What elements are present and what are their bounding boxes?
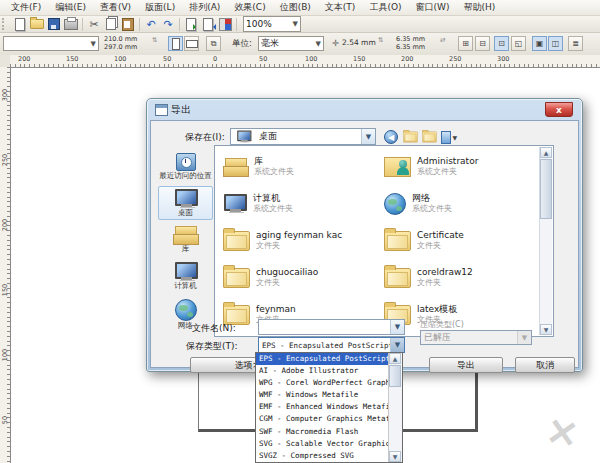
- menu-item-window[interactable]: 窗口(W): [409, 0, 457, 15]
- chevron-down-icon[interactable]: ▼: [361, 129, 375, 144]
- menu-item-text[interactable]: 文本(T): [318, 0, 363, 15]
- file-list-scrollbar[interactable]: ▲ ▼: [539, 147, 552, 335]
- menu-item-help[interactable]: 帮助(H): [456, 0, 502, 15]
- close-button[interactable]: x: [545, 102, 573, 117]
- file-item-folder[interactable]: Certificate 文件夹: [378, 222, 539, 259]
- application-launcher-button[interactable]: [217, 17, 233, 31]
- file-name-combobox[interactable]: ▼: [258, 319, 405, 335]
- file-item-computer[interactable]: 计算机 系统文件夹: [217, 185, 378, 222]
- save-type-combobox[interactable]: EPS - Encapsulated PostScript ▼: [258, 337, 405, 353]
- view-menu-button[interactable]: ▼: [441, 130, 457, 145]
- place-label: 计算机: [174, 282, 197, 290]
- chevron-down-icon: ▼: [517, 331, 531, 344]
- new-folder-icon: [422, 131, 437, 142]
- units-combobox[interactable]: 毫米 ▼: [258, 36, 324, 51]
- scrollbar-thumb[interactable]: [540, 159, 552, 219]
- file-name: 网络: [412, 193, 452, 204]
- treat-as-filled-button[interactable]: ▣: [532, 36, 547, 51]
- cancel-button[interactable]: 取消: [515, 357, 575, 373]
- menu-item-layout[interactable]: 版面(L): [138, 0, 182, 15]
- menu-item-file[interactable]: 文件(F): [4, 0, 48, 15]
- file-item-folder[interactable]: coreldraw12 文件夹: [378, 259, 539, 296]
- format-option-svgz[interactable]: SVGZ - Compressed SVG: [256, 450, 389, 462]
- import-button[interactable]: [183, 17, 199, 31]
- cut-button[interactable]: ✂: [86, 17, 102, 31]
- zoom-level-combobox[interactable]: 100% ▼: [243, 16, 301, 32]
- format-option-wmf[interactable]: WMF - Windows Metafile: [256, 389, 389, 401]
- duplicate-distance-fields[interactable]: 6.35 mm 6.35 mm: [396, 35, 425, 51]
- undo-button[interactable]: ↶: [143, 17, 159, 31]
- file-item-network[interactable]: 网络 系统文件夹: [378, 185, 539, 222]
- toolbar-grip[interactable]: [2, 18, 8, 30]
- up-one-level-button[interactable]: [402, 129, 418, 144]
- place-recent[interactable]: 最近访问的位置: [158, 150, 213, 183]
- save-in-combobox[interactable]: 桌面 ▼: [230, 128, 376, 145]
- format-list-scrollbar[interactable]: ▲ ▼: [388, 353, 402, 462]
- options-toolbar-button[interactable]: ≣: [568, 36, 583, 51]
- dynamic-guides-button[interactable]: ◱: [511, 36, 526, 51]
- format-option-eps[interactable]: EPS - Encapsulated PostScript: [256, 353, 389, 365]
- duplicate-spinner[interactable]: ⇄: [440, 36, 445, 44]
- menu-item-effects[interactable]: 效果(C): [227, 0, 272, 15]
- page-size-spinner[interactable]: ⇅: [152, 36, 157, 44]
- paste-button[interactable]: [120, 17, 136, 31]
- user-folder-icon: [384, 157, 411, 177]
- place-desktop[interactable]: 桌面: [158, 186, 213, 220]
- new-folder-button[interactable]: [421, 129, 437, 144]
- back-button[interactable]: ◀: [383, 129, 399, 144]
- format-option-emf[interactable]: EMF - Enhanced Windows Metafile: [256, 401, 389, 413]
- format-option-swf[interactable]: SWF - Macromedia Flash: [256, 426, 389, 438]
- snap-to-objects-button[interactable]: ⊡: [494, 36, 509, 51]
- chevron-down-icon[interactable]: ▼: [390, 320, 404, 334]
- dialog-title-bar[interactable]: 导出 x: [147, 99, 582, 120]
- file-type: 系统文件夹: [253, 204, 293, 214]
- chevron-down-icon[interactable]: ▼: [390, 338, 404, 352]
- place-libraries[interactable]: 库: [158, 223, 213, 256]
- open-button[interactable]: [29, 17, 45, 31]
- new-document-button[interactable]: [12, 17, 28, 31]
- menu-item-edit[interactable]: 编辑(E): [48, 0, 93, 15]
- menu-item-arrange[interactable]: 排列(A): [182, 0, 227, 15]
- export-button[interactable]: [200, 17, 216, 31]
- snap-to-guides-button[interactable]: ⊟: [475, 36, 490, 51]
- menu-item-view[interactable]: 查看(V): [93, 0, 138, 15]
- file-item-libraries[interactable]: 库 系统文件夹: [217, 148, 378, 185]
- place-computer[interactable]: 计算机: [158, 259, 213, 293]
- units-label: 单位:: [232, 38, 252, 50]
- toolbar-separator: [139, 18, 140, 31]
- page-size-fields[interactable]: 210.0 mm 297.0 mm: [104, 35, 137, 51]
- format-option-svg[interactable]: SVG - Scalable Vector Graphics: [256, 438, 389, 450]
- hruler-label: 150: [353, 55, 365, 63]
- copy-button[interactable]: [103, 17, 119, 31]
- save-in-value: 桌面: [256, 130, 361, 143]
- format-option-cgm[interactable]: CGM - Computer Graphics Metafile: [256, 413, 389, 425]
- scroll-down-button[interactable]: ▼: [389, 451, 401, 462]
- portrait-orientation-button[interactable]: [168, 36, 183, 51]
- print-button[interactable]: [63, 17, 79, 31]
- nudge-spinner[interactable]: ⇅: [378, 36, 383, 44]
- file-item-administrator[interactable]: Administrator 系统文件夹: [378, 148, 539, 185]
- format-option-wpg[interactable]: WPG - Corel WordPerfect Graphic: [256, 377, 389, 389]
- paper-size-combobox[interactable]: ▼: [3, 36, 99, 51]
- libraries-icon: [223, 158, 248, 176]
- hruler-label: 200: [401, 55, 413, 63]
- scroll-up-button[interactable]: ▲: [540, 147, 552, 158]
- landscape-orientation-button[interactable]: [184, 36, 199, 51]
- all-pages-button[interactable]: ⧉: [206, 36, 221, 51]
- scroll-down-button[interactable]: ▼: [540, 324, 552, 335]
- file-item-folder[interactable]: chuguocailiao 文件夹: [217, 259, 378, 296]
- file-item-folder[interactable]: aging feynman kac 文件夹: [217, 222, 378, 259]
- format-option-ai[interactable]: AI - Adobe Illustrator: [256, 365, 389, 377]
- redo-button[interactable]: ↷: [160, 17, 176, 31]
- menu-item-tools[interactable]: 工具(O): [362, 0, 408, 15]
- scrollbar-thumb[interactable]: [389, 365, 401, 387]
- scroll-up-button[interactable]: ▲: [389, 353, 401, 364]
- menu-item-bitmaps[interactable]: 位图(B): [273, 0, 318, 15]
- save-type-dropdown-list: EPS - Encapsulated PostScript AI - Adobe…: [255, 352, 403, 463]
- export-confirm-button[interactable]: 导出: [429, 357, 503, 373]
- save-button[interactable]: [46, 17, 62, 31]
- zoom-level-value: 100%: [246, 19, 272, 29]
- marquee-select-button[interactable]: ◫: [548, 36, 563, 51]
- folder-icon: [384, 268, 411, 288]
- snap-to-grid-button[interactable]: ⊞: [458, 36, 473, 51]
